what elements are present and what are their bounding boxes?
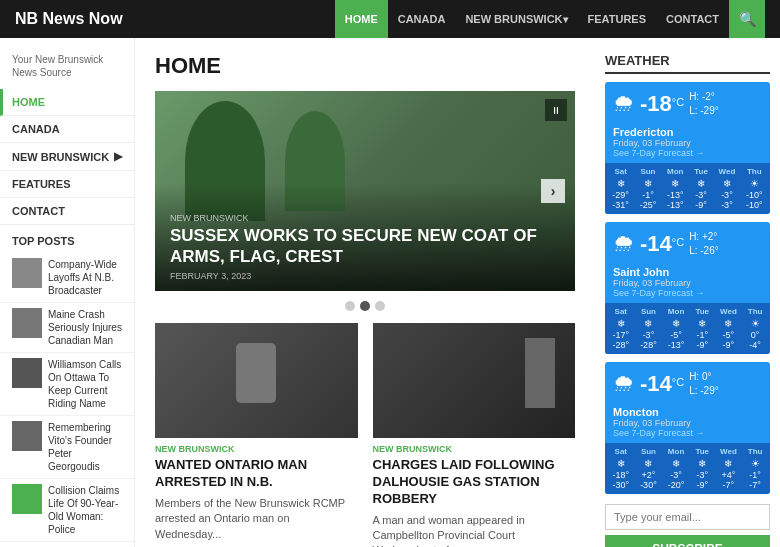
weather-low-2: L: -26°: [689, 244, 719, 258]
weather-day-sun-1: Sun ❄ -1° -25°: [640, 167, 657, 210]
article-card-1: NEW BRUNSWICK WANTED ONTARIO MAN ARRESTE…: [155, 323, 358, 547]
pause-button[interactable]: ⏸: [545, 99, 567, 121]
weather-forecast-link-1[interactable]: See 7-Day Forecast →: [613, 148, 762, 158]
weather-city-1: Fredericton: [613, 126, 762, 138]
article-title-1[interactable]: WANTED ONTARIO MAN ARRESTED IN N.B.: [155, 457, 358, 491]
weather-temp-3: -14: [640, 371, 672, 396]
weather-day-mon-1: Mon ❄ -13° -13°: [667, 167, 684, 210]
sidebar-item-new-brunswick[interactable]: New Brunswick ▶: [0, 143, 134, 171]
weather-high-1: H: -2°: [689, 90, 719, 104]
nav-item-new-brunswick[interactable]: New Brunswick: [455, 0, 577, 38]
email-section: SUBSCRIBE: [605, 504, 770, 547]
nav-item-canada[interactable]: Canada: [388, 0, 456, 38]
post-title: Maine Crash Seriously Injures Canadian M…: [48, 308, 122, 347]
slider-dot-2[interactable]: [360, 301, 370, 311]
article-thumb-2: [373, 323, 576, 438]
slider-dots: [155, 301, 575, 311]
weather-snow-icon-3: 🌨: [613, 371, 635, 397]
article-card-2: NEW BRUNSWICK CHARGES LAID FOLLOWING DAL…: [373, 323, 576, 547]
weather-sidebar: WEATHER 🌨 -18°C H: -2° L: -29° Frederict…: [595, 38, 780, 547]
page-title: HOME: [155, 53, 575, 79]
sidebar: Your New Brunswick News Source Home Cana…: [0, 38, 135, 547]
weather-forecast-link-3[interactable]: See 7-Day Forecast →: [613, 428, 762, 438]
article-grid: NEW BRUNSWICK WANTED ONTARIO MAN ARRESTE…: [155, 323, 575, 547]
page-wrap: Your New Brunswick News Source Home Cana…: [0, 38, 780, 547]
weather-card-saintjohn: 🌨 -14°C H: +2° L: -26° Saint John Friday…: [605, 222, 770, 354]
email-input[interactable]: [605, 504, 770, 530]
weather-temp-1: -18: [640, 91, 672, 116]
slider-dot-1[interactable]: [345, 301, 355, 311]
post-title: Company-Wide Layoffs At N.B. Broadcaster: [48, 258, 122, 297]
post-thumb: [12, 484, 42, 514]
list-item[interactable]: Collision Claims Life Of 90-Year-Old Wom…: [0, 479, 134, 542]
sidebar-item-home[interactable]: Home: [0, 89, 134, 116]
subscribe-button[interactable]: SUBSCRIBE: [605, 535, 770, 547]
article-thumb-1: [155, 323, 358, 438]
weather-low-1: L: -29°: [689, 104, 719, 118]
sidebar-item-canada[interactable]: Canada: [0, 116, 134, 143]
weather-day-sat-1: Sat ❄ -29° -31°: [612, 167, 629, 210]
list-item[interactable]: Williamson Calls On Ottawa To Keep Curre…: [0, 353, 134, 416]
site-tagline: Your New Brunswick News Source: [0, 48, 134, 89]
weather-low-3: L: -29°: [689, 384, 719, 398]
weather-city-2: Saint John: [613, 266, 762, 278]
archives-section: ARCHIVES February 2023 January 2023 Dece…: [0, 542, 134, 547]
featured-slider: NEW BRUNSWICK SUSSEX WORKS TO SECURE NEW…: [155, 91, 575, 291]
post-thumb: [12, 358, 42, 388]
post-title: Collision Claims Life Of 90-Year-Old Wom…: [48, 484, 122, 536]
weather-days-1: Sat ❄ -29° -31° Sun ❄ -1° -25° Mon ❄ -13…: [605, 163, 770, 214]
weather-date-2: Friday, 03 February: [613, 278, 762, 288]
article-excerpt-1: Members of the New Brunswick RCMP arrest…: [155, 496, 358, 542]
weather-day-tue-1: Tue ❄ -3° -9°: [694, 167, 708, 210]
weather-card-top-2: 🌨 -14°C H: +2° L: -26°: [605, 222, 770, 266]
weather-snow-icon-2: 🌨: [613, 231, 635, 257]
site-header: NB News Now Home Canada New Brunswick Fe…: [0, 0, 780, 38]
weather-forecast-link-2[interactable]: See 7-Day Forecast →: [613, 288, 762, 298]
slider-dot-3[interactable]: [375, 301, 385, 311]
search-icon[interactable]: 🔍: [729, 0, 765, 38]
main-content: HOME NEW BRUNSWICK SUSSEX WORKS TO SECUR…: [135, 38, 595, 547]
nav-item-features[interactable]: Features: [578, 0, 656, 38]
sidebar-item-contact[interactable]: Contact: [0, 198, 134, 225]
weather-days-2: Sat ❄ -17° -28° Sun ❄ -3° -28° Mon ❄ -5°…: [605, 303, 770, 354]
slide-date: FEBRUARY 3, 2023: [170, 271, 560, 281]
post-thumb: [12, 258, 42, 288]
header-nav: Home Canada New Brunswick Features Conta…: [335, 0, 765, 38]
weather-temp-2: -14: [640, 231, 672, 256]
article-excerpt-2: A man and woman appeared in Campbellton …: [373, 513, 576, 547]
slide-title[interactable]: SUSSEX WORKS TO SECURE NEW COAT OF ARMS,…: [170, 226, 560, 267]
weather-date-3: Friday, 03 February: [613, 418, 762, 428]
slide-tag: NEW BRUNSWICK: [170, 213, 560, 223]
site-logo[interactable]: NB News Now: [15, 10, 123, 28]
weather-day-wed-1: Wed ❄ -3° -3°: [719, 167, 736, 210]
weather-high-3: H: 0°: [689, 370, 719, 384]
article-title-2[interactable]: CHARGES LAID FOLLOWING DALHOUSIE GAS STA…: [373, 457, 576, 508]
weather-card-top-1: 🌨 -18°C H: -2° L: -29°: [605, 82, 770, 126]
post-thumb: [12, 308, 42, 338]
list-item[interactable]: Company-Wide Layoffs At N.B. Broadcaster: [0, 253, 134, 303]
weather-city-3: Moncton: [613, 406, 762, 418]
list-item[interactable]: Maine Crash Seriously Injures Canadian M…: [0, 303, 134, 353]
weather-title: WEATHER: [605, 53, 770, 74]
nav-item-contact[interactable]: Contact: [656, 0, 729, 38]
weather-days-3: Sat ❄ -18° -30° Sun ❄ +2° -30° Mon ❄ -3°…: [605, 443, 770, 494]
weather-card-moncton: 🌨 -14°C H: 0° L: -29° Moncton Friday, 03…: [605, 362, 770, 494]
weather-day-thu-1: Thu ☀ -10° -10°: [746, 167, 763, 210]
chevron-right-icon: ▶: [114, 150, 122, 163]
article-tag-2: NEW BRUNSWICK: [373, 444, 576, 454]
top-posts-title: TOP POSTS: [0, 225, 134, 253]
post-thumb: [12, 421, 42, 451]
slide-overlay: NEW BRUNSWICK SUSSEX WORKS TO SECURE NEW…: [155, 183, 575, 291]
weather-card-fredericton: 🌨 -18°C H: -2° L: -29° Fredericton Frida…: [605, 82, 770, 214]
post-title: Williamson Calls On Ottawa To Keep Curre…: [48, 358, 122, 410]
weather-high-2: H: +2°: [689, 230, 719, 244]
weather-date-1: Friday, 03 February: [613, 138, 762, 148]
post-title: Remembering Vito's Founder Peter Georgou…: [48, 421, 122, 473]
sidebar-item-features[interactable]: Features: [0, 171, 134, 198]
weather-snow-icon-1: 🌨: [613, 91, 635, 117]
weather-card-top-3: 🌨 -14°C H: 0° L: -29°: [605, 362, 770, 406]
article-tag-1: NEW BRUNSWICK: [155, 444, 358, 454]
list-item[interactable]: Remembering Vito's Founder Peter Georgou…: [0, 416, 134, 479]
nav-item-home[interactable]: Home: [335, 0, 388, 38]
next-slide-button[interactable]: ›: [541, 179, 565, 203]
